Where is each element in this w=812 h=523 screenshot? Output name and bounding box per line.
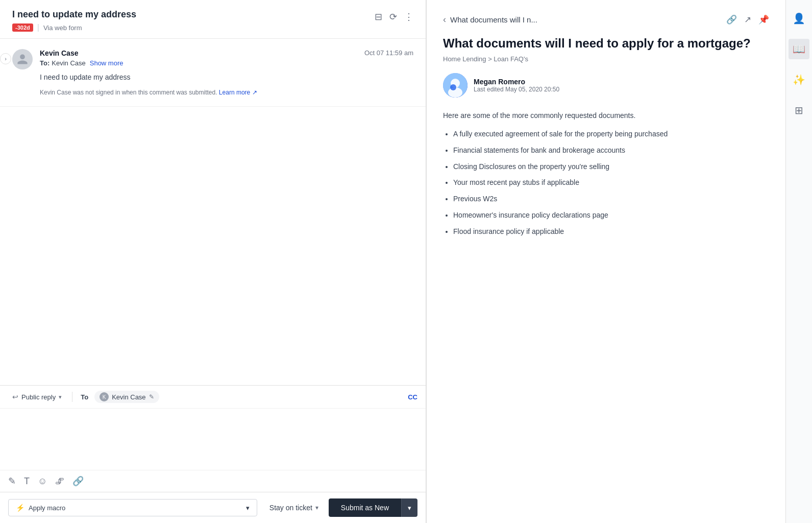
user-icon[interactable]: 👤 xyxy=(789,8,809,29)
kb-author-row: Megan Romero Last edited May 05, 2020 20… xyxy=(443,73,769,98)
message-sender: Kevin Case xyxy=(40,49,78,57)
attachment-icon[interactable]: 🖇 xyxy=(55,476,64,487)
kb-header: ‹ What documents will I n... 🔗 ↗ 📌 xyxy=(443,14,769,25)
text-format-icon[interactable]: T xyxy=(24,476,30,487)
reply-toolbar: ↩ Public reply ▾ To K Kevin Case ✎ CC xyxy=(0,386,426,409)
ticket-badge: -302d xyxy=(12,23,33,32)
message-body: I need to update my address xyxy=(40,72,413,83)
kb-bullet-item: Previous W2s xyxy=(453,193,769,205)
ticket-via: Via web form xyxy=(43,24,82,32)
grid-icon[interactable]: ⊞ xyxy=(791,100,807,121)
show-more-link[interactable]: Show more xyxy=(90,59,124,67)
submit-chevron-button[interactable]: ▾ xyxy=(401,498,417,517)
recipient-chip[interactable]: K Kevin Case ✎ xyxy=(94,391,159,403)
reply-type-chevron: ▾ xyxy=(59,394,62,400)
svg-point-3 xyxy=(450,84,456,90)
apply-macro-label: Apply macro xyxy=(29,504,65,512)
message-content: Kevin Case Oct 07 11:59 am To: Kevin Cas… xyxy=(40,49,413,96)
recipient-avatar: K xyxy=(100,392,109,401)
ticket-actions: ⊟ ⟳ ⋮ xyxy=(375,11,413,22)
bottom-bar: ⚡ Apply macro ▾ Stay on ticket ▾ Submit … xyxy=(0,492,426,523)
more-options-icon[interactable]: ⋮ xyxy=(404,11,413,22)
reply-icon: ↩ xyxy=(12,393,18,401)
message-note: Kevin Case was not signed in when this c… xyxy=(40,89,413,96)
kb-author-name: Megan Romero xyxy=(474,78,559,86)
kb-author-date: Last edited May 05, 2020 20:50 xyxy=(474,86,559,93)
kb-bullet-item: Financial statements for bank and broker… xyxy=(453,145,769,157)
kb-bullet-item: Closing Disclosures on the property you'… xyxy=(453,161,769,173)
kb-external-icon[interactable]: ↗ xyxy=(744,14,751,25)
kb-intro-text: Here are some of the more commonly reque… xyxy=(443,110,769,122)
to-label: To: xyxy=(40,59,50,67)
ticket-title-area: I need to update my address -302d | Via … xyxy=(12,9,136,32)
kb-bullet-item: Your most recent pay stubs if applicable xyxy=(453,177,769,189)
reply-type-label: Public reply xyxy=(21,393,56,401)
compose-icon[interactable]: ✎ xyxy=(8,476,16,487)
emoji-icon[interactable]: ☺ xyxy=(38,476,47,487)
stay-chevron-icon: ▾ xyxy=(315,504,318,511)
format-bar: ✎ T ☺ 🖇 🔗 xyxy=(0,470,426,492)
filter-icon[interactable]: ⊟ xyxy=(375,11,382,22)
right-actions: Stay on ticket ▾ Submit as New ▾ xyxy=(263,498,417,517)
kb-bullet-list: A fully executed agreement of sale for t… xyxy=(443,128,769,238)
message-to: To: Kevin Case Show more xyxy=(40,59,413,67)
toolbar-divider xyxy=(72,392,72,402)
lightning-icon: ⚡ xyxy=(16,504,24,512)
to-field-label: To xyxy=(81,393,88,401)
book-icon[interactable]: 📖 xyxy=(789,39,809,59)
recipient-name: Kevin Case xyxy=(112,393,145,401)
kb-back-button[interactable]: ‹ xyxy=(443,14,446,25)
kb-author-info: Megan Romero Last edited May 05, 2020 20… xyxy=(474,78,559,93)
cc-button[interactable]: CC xyxy=(408,393,417,401)
kb-content: ‹ What documents will I n... 🔗 ↗ 📌 What … xyxy=(427,0,785,523)
collapse-button[interactable]: › xyxy=(0,53,11,64)
kb-bullet-item: A fully executed agreement of sale for t… xyxy=(453,128,769,140)
reply-type-button[interactable]: ↩ Public reply ▾ xyxy=(8,391,66,403)
conversation-area: › Kevin Case Oct 07 11:59 am To: Kevin C… xyxy=(0,39,426,385)
kb-bullet-item: Homeowner's insurance policy declaration… xyxy=(453,209,769,222)
kb-pin-icon[interactable]: 📌 xyxy=(758,14,769,25)
reply-area: ↩ Public reply ▾ To K Kevin Case ✎ CC ✎ … xyxy=(0,385,426,492)
magic-icon[interactable]: ✨ xyxy=(789,69,809,90)
right-sidebar: 👤 📖 ✨ ⊞ xyxy=(785,0,812,523)
ticket-title: I need to update my address xyxy=(12,9,136,20)
kb-header-icons: 🔗 ↗ 📌 xyxy=(726,14,769,25)
to-value: Kevin Case xyxy=(52,59,85,67)
message-container: › Kevin Case Oct 07 11:59 am To: Kevin C… xyxy=(0,39,426,107)
kb-link-icon[interactable]: 🔗 xyxy=(726,14,737,25)
submit-main-button[interactable]: Submit as New xyxy=(329,498,401,517)
message-header: Kevin Case Oct 07 11:59 am xyxy=(40,49,413,57)
stay-on-ticket-button[interactable]: Stay on ticket ▾ xyxy=(263,500,325,516)
reply-body-input[interactable] xyxy=(0,409,426,470)
kb-article-body: Here are some of the more commonly reque… xyxy=(443,110,769,237)
ticket-header: I need to update my address -302d | Via … xyxy=(0,0,426,39)
history-icon[interactable]: ⟳ xyxy=(389,11,397,22)
learn-more-link[interactable]: Learn more ↗ xyxy=(219,89,257,96)
kb-header-title: What documents will I n... xyxy=(450,15,726,24)
ticket-panel: I need to update my address -302d | Via … xyxy=(0,0,426,523)
apply-macro-button[interactable]: ⚡ Apply macro ▾ xyxy=(8,499,257,516)
message-time: Oct 07 11:59 am xyxy=(364,49,413,57)
submit-button-group: Submit as New ▾ xyxy=(329,498,417,517)
link-icon[interactable]: 🔗 xyxy=(72,476,84,487)
sender-avatar xyxy=(12,49,33,69)
macro-chevron-icon: ▾ xyxy=(246,504,250,512)
edit-recipient-icon[interactable]: ✎ xyxy=(149,393,154,400)
kb-bullet-item: Flood insurance policy if applicable xyxy=(453,226,769,238)
ticket-meta: -302d | Via web form xyxy=(12,23,136,32)
stay-on-ticket-label: Stay on ticket xyxy=(269,504,312,512)
knowledge-panel: ‹ What documents will I n... 🔗 ↗ 📌 What … xyxy=(426,0,812,523)
kb-author-avatar xyxy=(443,73,467,98)
kb-breadcrumb: Home Lending > Loan FAQ's xyxy=(443,55,769,63)
kb-article-title: What documents will I need to apply for … xyxy=(443,35,769,51)
app-container: I need to update my address -302d | Via … xyxy=(0,0,812,523)
